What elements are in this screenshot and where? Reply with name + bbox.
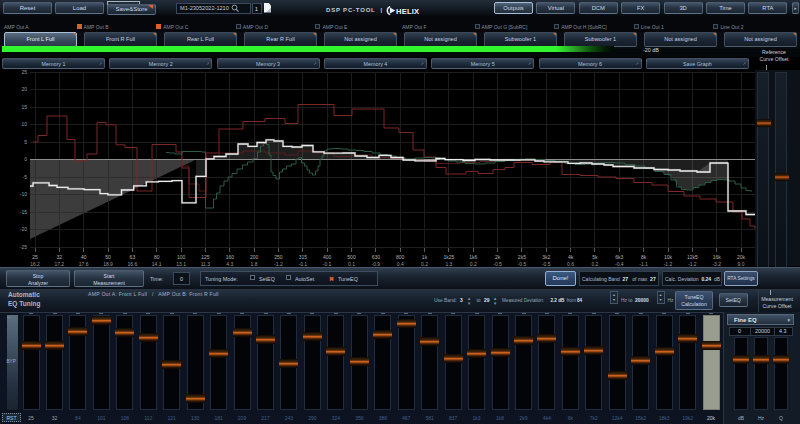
svg-text:5k: 5k — [592, 254, 598, 260]
svg-text:1k6: 1k6 — [469, 254, 477, 260]
svg-text:0.4: 0.4 — [397, 261, 404, 267]
svg-text:16.2: 16.2 — [30, 261, 40, 267]
svg-text:16k: 16k — [713, 254, 722, 260]
svg-text:12k5: 12k5 — [687, 254, 698, 260]
svg-text:8k: 8k — [641, 254, 647, 260]
svg-text:5: 5 — [24, 139, 27, 145]
svg-text:630: 630 — [372, 254, 381, 260]
svg-text:-1.2: -1.2 — [688, 261, 697, 267]
svg-text:0.6: 0.6 — [567, 261, 574, 267]
svg-text:-1.2: -1.2 — [274, 261, 283, 267]
svg-text:63: 63 — [130, 254, 136, 260]
svg-text:9.0: 9.0 — [738, 261, 745, 267]
svg-text:-0.5: -0.5 — [493, 261, 502, 267]
svg-text:-0.1: -0.1 — [323, 261, 332, 267]
svg-text:-10: -10 — [20, 191, 27, 197]
svg-text:1.8: 1.8 — [251, 261, 258, 267]
svg-text:-20: -20 — [20, 226, 27, 232]
svg-text:100: 100 — [177, 254, 186, 260]
svg-text:-0.1: -0.1 — [298, 261, 307, 267]
svg-text:16.6: 16.6 — [128, 261, 138, 267]
svg-text:80: 80 — [154, 254, 160, 260]
svg-text:6k3: 6k3 — [615, 254, 623, 260]
svg-text:HELIX: HELIX — [396, 7, 419, 16]
svg-text:315: 315 — [299, 254, 308, 260]
svg-text:1.3: 1.3 — [445, 261, 452, 267]
svg-text:-15: -15 — [20, 209, 27, 215]
svg-text:1k: 1k — [422, 254, 428, 260]
svg-text:0.2: 0.2 — [470, 261, 477, 267]
svg-text:-0.5: -0.5 — [518, 261, 527, 267]
svg-text:0.2: 0.2 — [421, 261, 428, 267]
svg-text:3k2: 3k2 — [542, 254, 550, 260]
svg-text:11.3: 11.3 — [201, 261, 211, 267]
svg-text:0: 0 — [24, 156, 27, 162]
svg-text:10: 10 — [21, 121, 27, 127]
svg-text:-0.9: -0.9 — [371, 261, 380, 267]
svg-text:32: 32 — [57, 254, 63, 260]
svg-text:125: 125 — [201, 254, 210, 260]
svg-text:-1.1: -1.1 — [639, 261, 648, 267]
svg-text:14.1: 14.1 — [152, 261, 162, 267]
svg-text:4.3: 4.3 — [226, 261, 233, 267]
svg-text:17.6: 17.6 — [79, 261, 89, 267]
svg-text:50: 50 — [105, 254, 111, 260]
svg-text:25: 25 — [21, 70, 27, 75]
svg-text:0.1: 0.1 — [348, 261, 355, 267]
svg-text:-0.5: -0.5 — [542, 261, 551, 267]
svg-text:-0.4: -0.4 — [615, 261, 624, 267]
svg-text:250: 250 — [274, 254, 283, 260]
svg-text:-5: -5 — [23, 174, 28, 180]
svg-text:2k5: 2k5 — [518, 254, 526, 260]
svg-text:25: 25 — [32, 254, 38, 260]
svg-text:2k: 2k — [495, 254, 501, 260]
svg-text:800: 800 — [396, 254, 405, 260]
svg-text:-25: -25 — [20, 244, 27, 250]
svg-text:160: 160 — [226, 254, 235, 260]
svg-text:-1.2: -1.2 — [664, 261, 673, 267]
svg-text:20k: 20k — [737, 254, 746, 260]
svg-text:-3.2: -3.2 — [712, 261, 721, 267]
svg-text:20: 20 — [21, 86, 27, 92]
svg-text:13.1: 13.1 — [176, 261, 186, 267]
svg-text:10k: 10k — [664, 254, 673, 260]
svg-text:15: 15 — [21, 104, 27, 110]
svg-text:4k: 4k — [568, 254, 574, 260]
svg-text:40: 40 — [81, 254, 87, 260]
svg-text:500: 500 — [347, 254, 356, 260]
svg-text:18.9: 18.9 — [103, 261, 113, 267]
svg-text:0.2: 0.2 — [591, 261, 598, 267]
svg-text:200: 200 — [250, 254, 259, 260]
svg-text:1k25: 1k25 — [443, 254, 454, 260]
svg-text:17.2: 17.2 — [54, 261, 64, 267]
svg-text:400: 400 — [323, 254, 332, 260]
